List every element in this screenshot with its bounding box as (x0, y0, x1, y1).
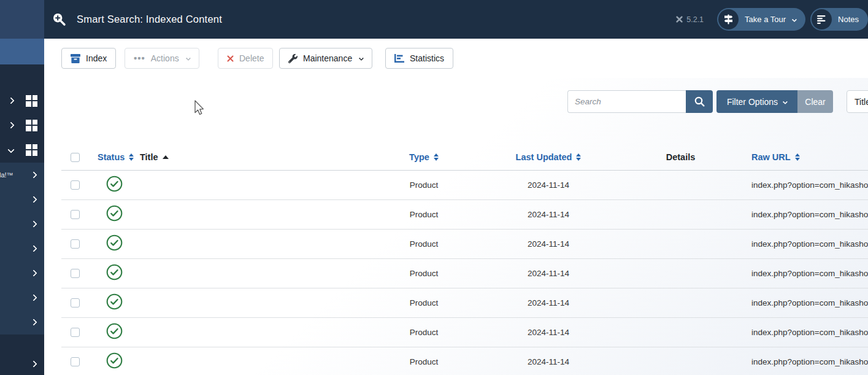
title-cell (140, 170, 361, 199)
chevron-right-icon (30, 196, 37, 203)
chevron-right-icon (7, 97, 14, 104)
sidebar-submenu-item[interactable] (0, 212, 44, 236)
last-updated-cell: 2024-11-14 (487, 288, 610, 317)
archive-icon (71, 54, 80, 63)
column-header-raw-url[interactable]: Raw URL (751, 152, 800, 162)
app-header: Smart Search: Indexed Content 5.2.1 Take… (44, 0, 868, 39)
sidebar-menu-item-2[interactable] (0, 113, 44, 137)
last-updated-cell: 2024-11-14 (487, 317, 610, 347)
published-check-icon[interactable] (106, 293, 123, 310)
submenu-item-label: la!™ (0, 171, 13, 179)
delete-button[interactable]: Delete (218, 48, 273, 69)
sidebar-bottom-item[interactable] (0, 353, 44, 375)
published-check-icon[interactable] (106, 205, 123, 222)
published-check-icon[interactable] (106, 176, 123, 192)
sidebar-menu-item-1[interactable] (0, 88, 44, 113)
title-cell (140, 347, 361, 375)
maintenance-button[interactable]: Maintenance (279, 48, 372, 69)
joomla-version: 5.2.1 (675, 15, 704, 24)
chevron-down-icon (792, 17, 797, 21)
row-checkbox[interactable] (71, 357, 80, 366)
last-updated-cell: 2024-11-14 (487, 170, 610, 199)
sidebar-menu (0, 88, 44, 162)
filter-options-button[interactable]: Filter Options (716, 90, 797, 113)
index-button[interactable]: Index (61, 48, 116, 69)
raw-url-cell: index.php?option=com_hikashop&ctr (751, 317, 868, 347)
page-title: Smart Search: Indexed Content (77, 14, 222, 25)
table-row: Product 2024-11-14 index.php?option=com_… (61, 347, 868, 375)
indexed-content-table: Status Title Type (61, 144, 868, 375)
take-a-tour-button[interactable]: Take a Tour (717, 8, 805, 31)
sort-by-select[interactable]: Title (847, 90, 868, 113)
sidebar-submenu-item[interactable] (0, 236, 44, 261)
last-updated-cell: 2024-11-14 (487, 258, 610, 288)
sidebar-active-item[interactable] (0, 39, 44, 64)
type-cell: Product (361, 199, 487, 229)
chevron-right-icon (30, 171, 37, 178)
column-header-title[interactable]: Title (140, 152, 169, 162)
chevron-right-icon (30, 360, 37, 367)
sidebar-submenu-item[interactable]: la!™ (0, 163, 44, 187)
search-icon (694, 96, 705, 107)
row-checkbox[interactable] (71, 269, 80, 278)
details-cell (610, 317, 751, 347)
notes-button[interactable]: Notes (810, 8, 868, 31)
chevron-right-icon (30, 319, 37, 325)
chevron-right-icon (7, 122, 14, 128)
sidebar-submenu-item[interactable] (0, 187, 44, 212)
raw-url-cell: index.php?option=com_hikashop&ctr (751, 258, 868, 288)
sidebar-submenu-item[interactable] (0, 261, 44, 285)
column-header-type[interactable]: Type (409, 152, 439, 162)
notes-label: Notes (838, 15, 859, 24)
select-all-checkbox[interactable] (71, 153, 80, 162)
column-header-last-updated[interactable]: Last Updated (516, 152, 582, 162)
row-checkbox[interactable] (71, 328, 80, 337)
row-checkbox[interactable] (71, 210, 80, 219)
statistics-button[interactable]: Statistics (385, 48, 453, 69)
chevron-down-icon (185, 56, 190, 61)
title-cell (140, 199, 361, 229)
sidebar-submenu-item[interactable] (0, 310, 44, 334)
indexed-table-body: Product 2024-11-14 index.php?option=com_… (61, 170, 868, 375)
table-row: Product 2024-11-14 index.php?option=com_… (61, 317, 868, 347)
actions-button[interactable]: ••• Actions (125, 48, 199, 69)
sidebar-submenu-item[interactable] (0, 285, 44, 310)
dashboard-grid-icon (26, 120, 37, 131)
sidebar-submenu: la!™ (0, 163, 44, 334)
type-cell: Product (361, 347, 487, 375)
published-check-icon[interactable] (106, 234, 123, 251)
published-check-icon[interactable] (106, 352, 123, 369)
table-header-row: Status Title Type (61, 144, 868, 170)
take-a-tour-label: Take a Tour (745, 15, 786, 24)
type-cell: Product (361, 258, 487, 288)
details-cell (610, 199, 751, 229)
chevron-right-icon (30, 220, 37, 227)
sort-asc-icon (163, 155, 169, 159)
row-checkbox[interactable] (71, 298, 80, 307)
header-right-group: 5.2.1 Take a Tour No (675, 8, 868, 31)
dashboard-grid-icon (26, 144, 37, 156)
clear-button[interactable]: Clear (797, 90, 833, 113)
sidebar-menu-item-3-expanded[interactable] (0, 137, 44, 162)
search-input[interactable] (567, 90, 686, 113)
delete-button-label: Delete (239, 53, 264, 63)
filter-options-label: Filter Options (727, 97, 778, 107)
search-submit-button[interactable] (686, 90, 713, 113)
x-icon (227, 55, 234, 62)
signpost-icon (718, 9, 739, 29)
published-check-icon[interactable] (106, 323, 123, 339)
table-row: Product 2024-11-14 index.php?option=com_… (61, 199, 868, 229)
published-check-icon[interactable] (106, 264, 123, 280)
row-checkbox[interactable] (71, 239, 80, 249)
last-updated-cell: 2024-11-14 (487, 199, 610, 229)
notes-list-icon (812, 9, 832, 29)
details-cell (610, 170, 751, 199)
details-cell (610, 288, 751, 317)
sort-icon (795, 153, 800, 161)
row-checkbox[interactable] (71, 180, 80, 190)
column-header-status[interactable]: Status (98, 152, 134, 162)
sidebar: la!™ (0, 0, 44, 375)
raw-url-cell: index.php?option=com_hikashop&ctr (751, 347, 868, 375)
table-row: Product 2024-11-14 index.php?option=com_… (61, 229, 868, 258)
details-cell (610, 229, 751, 258)
